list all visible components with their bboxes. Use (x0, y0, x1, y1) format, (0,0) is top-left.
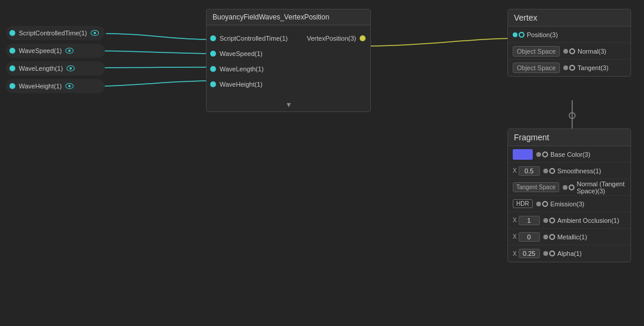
fn-input-3: WaveHeight(1) (207, 78, 307, 90)
alpha-input-dot (543, 251, 548, 256)
alpha-value[interactable]: 0.25 (519, 249, 540, 258)
smoothness-input-group: X 0.5 (513, 166, 540, 176)
normal-tangent-label: Normal (Tangent Space)(3) (577, 180, 626, 195)
fn-input-label-3: WaveHeight(1) (220, 81, 263, 88)
alpha-input-group: X 0.25 (513, 249, 540, 258)
fn-output-label-0: VertexPosition(3) (307, 35, 356, 42)
vertex-tangent-space-button[interactable]: Object Space (513, 62, 560, 73)
fragment-node-title: Fragment (514, 133, 549, 142)
vertex-node[interactable]: Vertex Position(3) Object Space Normal(3… (507, 9, 631, 77)
fragment-port-smoothness: X 0.5 Smoothness(1) (508, 163, 630, 179)
vertex-tangent-input-dot (563, 65, 568, 70)
ambient-occlusion-label: Ambient Occlusion(1) (557, 217, 619, 224)
hdr-badge[interactable]: HDR (513, 199, 533, 208)
normal-tangent-input-dot (563, 185, 567, 190)
vertex-port-normal: Object Space Normal(3) (508, 43, 630, 60)
fn-input-0: ScriptControlledTime(1) (207, 32, 307, 44)
script-time-dot (9, 30, 15, 36)
script-time-eye-icon[interactable] (91, 30, 99, 36)
wave-speed-eye-icon[interactable] (65, 48, 74, 54)
ambient-occlusion-x-label: X (513, 217, 517, 223)
fn-input-label-1: WaveSpeed(1) (220, 50, 263, 57)
wave-length-label: WaveLength(1) (19, 65, 63, 72)
metallic-circle (549, 234, 555, 240)
ambient-occlusion-input-dot (543, 218, 548, 223)
fragment-port-metallic: X 0 Metallic(1) (508, 229, 630, 245)
vertex-position-input-dot (513, 32, 517, 37)
fragment-port-alpha: X 0.25 Alpha(1) (508, 245, 630, 262)
base-color-swatch[interactable] (513, 149, 533, 160)
alpha-label: Alpha(1) (557, 250, 582, 257)
fn-outputs: VertexPosition(3) (307, 30, 370, 93)
ambient-occlusion-circle (549, 218, 555, 223)
normal-tangent-circle (569, 185, 575, 190)
node-wave-height[interactable]: WaveHeight(1) (6, 79, 105, 93)
wave-height-dot (9, 83, 15, 89)
fragment-port-base-color: Base Color(3) (508, 146, 630, 163)
metallic-x-label: X (513, 233, 517, 240)
script-time-label: ScriptControlledTime(1) (19, 29, 87, 37)
vertex-port-tangent: Object Space Tangent(3) (508, 60, 630, 76)
node-script-controlled-time[interactable]: ScriptControlledTime(1) (6, 26, 105, 40)
vertex-normal-circle (569, 48, 575, 54)
fragment-node-header: Fragment (508, 129, 630, 146)
metallic-input-group: X 0 (513, 232, 540, 242)
smoothness-x-label: X (513, 167, 517, 174)
ambient-occlusion-input-group: X 1 (513, 216, 540, 225)
emission-circle (542, 201, 548, 207)
vertex-position-circle (519, 32, 525, 38)
fn-input-dot-0 (210, 35, 216, 41)
base-color-circle (542, 152, 548, 157)
vertex-node-header: Vertex (508, 9, 630, 27)
vertex-position-label: Position(3) (527, 31, 558, 38)
function-node[interactable]: BuoyancyFieldWaves_VertexPosition Script… (206, 9, 371, 112)
fn-output-0: VertexPosition(3) (307, 32, 366, 44)
left-nodes: ScriptControlledTime(1) WaveSpeed(1) Wav… (6, 26, 105, 93)
fn-input-2: WaveLength(1) (207, 63, 307, 75)
wave-height-label: WaveHeight(1) (19, 83, 62, 90)
fn-expand-button[interactable]: ▾ (207, 97, 370, 111)
base-color-label: Base Color(3) (550, 151, 590, 158)
metallic-value[interactable]: 0 (519, 232, 540, 242)
fn-input-label-2: WaveLength(1) (220, 65, 264, 73)
wave-length-eye-icon[interactable] (67, 65, 75, 71)
fn-output-dot-0 (360, 35, 366, 41)
wave-height-eye-icon[interactable] (65, 83, 74, 89)
ambient-occlusion-value[interactable]: 1 (519, 216, 540, 225)
node-wave-length[interactable]: WaveLength(1) (6, 61, 105, 75)
fragment-port-normal-tangent: Tangent Space Normal (Tangent Space)(3) (508, 179, 630, 196)
emission-input-dot (536, 202, 541, 206)
fragment-node[interactable]: Fragment Base Color(3) X 0.5 Smoothness(… (507, 129, 631, 262)
vertex-normal-label: Normal(3) (577, 48, 606, 55)
alpha-circle (549, 251, 555, 256)
vertex-tangent-label: Tangent(3) (577, 64, 609, 71)
smoothness-value[interactable]: 0.5 (519, 166, 540, 176)
alpha-x-label: X (513, 251, 517, 257)
vertex-normal-input-dot (563, 49, 568, 54)
vertex-normal-space-button[interactable]: Object Space (513, 46, 560, 57)
fn-input-label-0: ScriptControlledTime(1) (220, 35, 288, 42)
wave-speed-dot (9, 48, 15, 54)
wave-length-dot (9, 65, 15, 71)
smoothness-input-dot (543, 169, 548, 173)
function-node-title: BuoyancyFieldWaves_VertexPosition (213, 13, 329, 21)
metallic-input-dot (543, 235, 548, 239)
vertex-tangent-circle (569, 65, 575, 71)
metallic-label: Metallic(1) (557, 233, 587, 241)
fn-input-1: WaveSpeed(1) (207, 48, 307, 60)
canvas-area: ScriptControlledTime(1) WaveSpeed(1) Wav… (0, 0, 644, 326)
vertex-node-title: Vertex (514, 13, 537, 22)
smoothness-circle (549, 168, 555, 174)
expand-icon: ▾ (287, 100, 291, 109)
fn-input-dot-1 (210, 51, 216, 57)
function-node-body: ScriptControlledTime(1) WaveSpeed(1) Wav… (207, 25, 370, 97)
smoothness-label: Smoothness(1) (557, 167, 602, 174)
fn-input-dot-3 (210, 81, 216, 87)
tangent-space-button[interactable]: Tangent Space (513, 182, 559, 192)
fn-input-dot-2 (210, 66, 216, 72)
wave-speed-label: WaveSpeed(1) (19, 47, 62, 54)
fragment-port-ambient-occlusion: X 1 Ambient Occlusion(1) (508, 212, 630, 229)
node-wave-speed[interactable]: WaveSpeed(1) (6, 44, 105, 58)
emission-label: Emission(3) (550, 200, 585, 208)
vertex-port-position: Position(3) (508, 27, 630, 43)
